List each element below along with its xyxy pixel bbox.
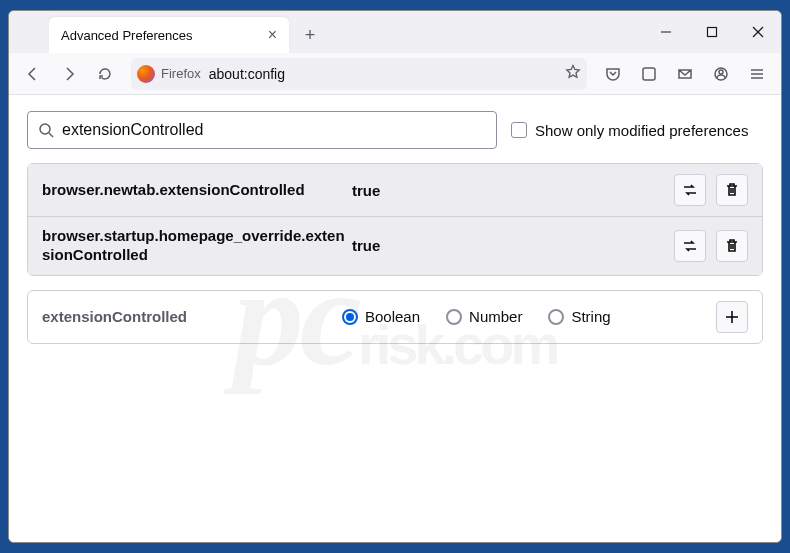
delete-button[interactable] [716,230,748,262]
about-config-content: Show only modified preferences browser.n… [9,95,781,542]
bookmark-star-icon[interactable] [565,64,581,84]
window-controls [643,11,781,53]
toggle-button[interactable] [674,230,706,262]
radio-icon [342,309,358,325]
forward-button[interactable] [53,58,85,90]
identity-label: Firefox [161,66,201,81]
url-text: about:config [209,66,565,82]
pref-search-box[interactable] [27,111,497,149]
firefox-icon [137,65,155,83]
pref-value: true [352,237,674,254]
pref-search-input[interactable] [62,121,486,139]
radio-icon [446,309,462,325]
account-icon[interactable] [705,58,737,90]
extension-icon[interactable] [633,58,665,90]
pocket-icon[interactable] [597,58,629,90]
radio-icon [548,309,564,325]
reload-button[interactable] [89,58,121,90]
pref-name: browser.newtab.extensionControlled [42,181,352,200]
pref-results: browser.newtab.extensionControlled true … [27,163,763,276]
url-bar[interactable]: Firefox about:config [131,58,587,90]
pref-row[interactable]: browser.newtab.extensionControlled true [28,164,762,216]
add-button[interactable] [716,301,748,333]
checkbox-label: Show only modified preferences [535,122,748,139]
delete-button[interactable] [716,174,748,206]
new-pref-row: extensionControlled Boolean Number Strin… [27,290,763,344]
tab-title: Advanced Preferences [61,28,193,43]
toggle-button[interactable] [674,174,706,206]
tab-active[interactable]: Advanced Preferences × [49,17,289,53]
close-icon[interactable]: × [268,26,277,44]
minimize-button[interactable] [643,11,689,53]
svg-rect-4 [643,68,655,80]
svg-rect-1 [708,28,717,37]
pref-row[interactable]: browser.startup.homepage_override.extens… [28,216,762,275]
search-icon [38,122,54,138]
maximize-button[interactable] [689,11,735,53]
type-radio-group: Boolean Number String [342,308,716,325]
inbox-icon[interactable] [669,58,701,90]
show-modified-checkbox[interactable]: Show only modified preferences [511,122,748,139]
svg-line-11 [49,133,53,137]
back-button[interactable] [17,58,49,90]
radio-number[interactable]: Number [446,308,522,325]
new-tab-button[interactable]: + [295,20,325,50]
new-pref-name: extensionControlled [42,308,342,325]
checkbox-icon [511,122,527,138]
browser-window: Advanced Preferences × + Firefox about:c… [8,10,782,543]
close-window-button[interactable] [735,11,781,53]
radio-string[interactable]: String [548,308,610,325]
pref-name: browser.startup.homepage_override.extens… [42,227,352,265]
pref-value: true [352,182,674,199]
nav-toolbar: Firefox about:config [9,53,781,95]
radio-boolean[interactable]: Boolean [342,308,420,325]
search-row: Show only modified preferences [27,111,763,149]
menu-button[interactable] [741,58,773,90]
svg-point-6 [719,70,723,74]
titlebar: Advanced Preferences × + [9,11,781,53]
svg-point-10 [40,124,50,134]
